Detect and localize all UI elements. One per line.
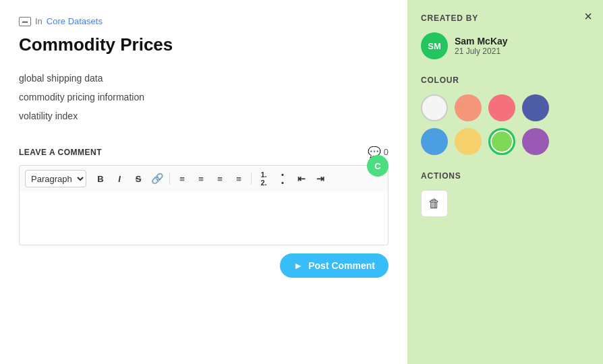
colour-grid — [421, 94, 590, 155]
created-by-row: SM Sam McKay 21 July 2021 — [421, 32, 590, 59]
tag-list: global shipping datacommodity pricing in… — [19, 69, 389, 125]
post-comment-button[interactable]: ► Post Comment — [280, 253, 389, 278]
comment-editor[interactable] — [19, 191, 389, 245]
indent-button[interactable]: ⇥ — [312, 170, 329, 187]
colour-label: COLOUR — [421, 75, 590, 85]
align-right-button[interactable]: ≡ — [211, 170, 229, 187]
right-panel: × CREATED BY SM Sam McKay 21 July 2021 C… — [407, 0, 603, 364]
breadcrumb-in: In — [35, 16, 42, 26]
strikethrough-button[interactable]: S — [130, 170, 147, 187]
colour-swatch-purple[interactable] — [522, 128, 549, 155]
ordered-list-button[interactable]: 1.2. — [255, 170, 272, 187]
align-justify-button[interactable]: ≡ — [230, 170, 248, 187]
colour-swatch-yellow[interactable] — [455, 128, 482, 155]
close-button[interactable]: × — [584, 9, 592, 23]
italic-button[interactable]: I — [111, 170, 128, 187]
actions-label: ACTIONS — [421, 171, 590, 181]
post-icon: ► — [293, 260, 303, 271]
main-panel: ▬ In Core Datasets Commodity Prices glob… — [0, 0, 407, 364]
colour-swatch-coral[interactable] — [488, 94, 515, 121]
tag-item: global shipping data — [19, 69, 389, 88]
comment-label: LEAVE A COMMENT — [19, 148, 102, 157]
actions-area: 🗑 — [421, 190, 590, 217]
align-center-button[interactable]: ≡ — [192, 170, 210, 187]
creator-date: 21 July 2021 — [455, 47, 508, 56]
separator-2 — [251, 173, 252, 185]
unordered-list-button[interactable]: • • — [274, 170, 291, 187]
breadcrumb: ▬ In Core Datasets — [19, 16, 389, 26]
link-button[interactable]: 🔗 — [148, 170, 166, 187]
comment-count: 0 — [384, 147, 389, 157]
comment-section: LEAVE A COMMENT 💬 0 Paragraph B I S 🔗 ≡ … — [19, 146, 389, 245]
paragraph-select[interactable]: Paragraph — [25, 170, 86, 187]
created-by-label: CREATED BY — [421, 13, 590, 23]
colour-swatch-white[interactable] — [421, 94, 448, 121]
separator-1 — [169, 173, 170, 185]
colour-swatch-light-blue[interactable] — [421, 128, 448, 155]
creator-name: Sam McKay — [455, 36, 508, 47]
creator-avatar: SM — [421, 32, 448, 59]
floating-avatar: C — [367, 155, 389, 177]
page-title: Commodity Prices — [19, 34, 389, 55]
comment-toolbar: Paragraph B I S 🔗 ≡ ≡ ≡ ≡ 1.2. • • ⇤ ⇥ — [19, 165, 389, 191]
tag-item: commodity pricing information — [19, 88, 389, 107]
colour-swatch-green[interactable] — [488, 128, 515, 155]
creator-info: Sam McKay 21 July 2021 — [455, 36, 508, 56]
outdent-button[interactable]: ⇤ — [293, 170, 310, 187]
post-label: Post Comment — [308, 260, 375, 271]
tag-item: volatility index — [19, 107, 389, 125]
colour-swatch-blue[interactable] — [522, 94, 549, 121]
align-left-button[interactable]: ≡ — [173, 170, 191, 187]
colour-swatch-salmon[interactable] — [455, 94, 482, 121]
comment-header: LEAVE A COMMENT 💬 0 — [19, 146, 389, 158]
bold-button[interactable]: B — [92, 170, 109, 187]
breadcrumb-link[interactable]: Core Datasets — [47, 16, 103, 26]
delete-button[interactable]: 🗑 — [421, 190, 448, 217]
dataset-icon: ▬ — [19, 17, 31, 26]
